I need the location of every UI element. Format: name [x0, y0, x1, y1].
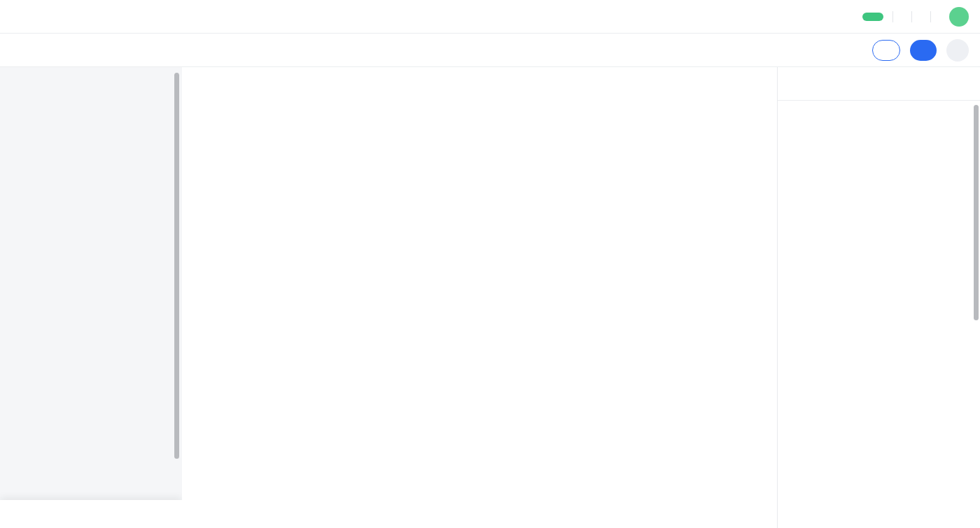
preview-button[interactable]: [872, 40, 900, 61]
avatar[interactable]: [949, 7, 969, 27]
field-sidebar: [0, 67, 182, 528]
data-manage-button[interactable]: [862, 13, 883, 21]
field-recycle-bin[interactable]: [0, 500, 182, 528]
toolbar-actions: [872, 39, 969, 62]
panel-tabs: [778, 67, 980, 101]
share-button[interactable]: [946, 39, 969, 62]
topbar-left: [11, 15, 18, 18]
divider: [911, 11, 912, 22]
topbar-right: [862, 7, 969, 27]
form-canvas[interactable]: [182, 67, 777, 528]
divider: [930, 11, 931, 22]
save-button[interactable]: [910, 40, 937, 61]
panel-scrollbar[interactable]: [974, 105, 979, 320]
form-toolbar: [0, 34, 980, 67]
properties-panel: [777, 67, 980, 528]
sidebar-scrollbar[interactable]: [174, 73, 179, 459]
divider: [892, 11, 893, 22]
panel-body: [778, 101, 980, 112]
main-area: [0, 67, 980, 528]
topbar: [0, 0, 980, 34]
form-designer-app: [0, 0, 980, 528]
